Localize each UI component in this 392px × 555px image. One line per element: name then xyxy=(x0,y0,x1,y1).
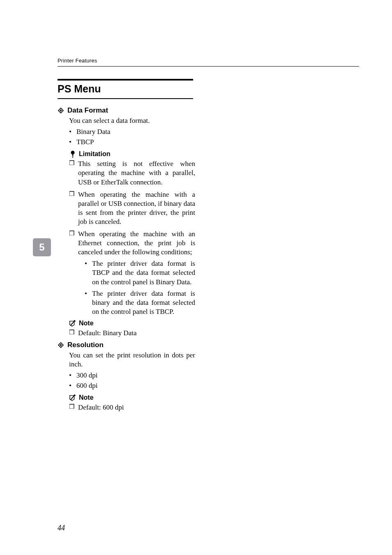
list-item: Default: Binary Data xyxy=(69,329,195,338)
list-item: 300 dpi xyxy=(69,371,195,381)
sub-conditions-list: The printer driver data format is TBCP a… xyxy=(85,259,195,316)
list-item: Default: 600 dpi xyxy=(69,403,195,412)
note-label: Note xyxy=(79,394,94,401)
list-item: TBCP xyxy=(69,137,195,147)
list-item: The printer driver data format is binary… xyxy=(85,289,195,316)
note-icon xyxy=(69,394,76,401)
diamond-icon xyxy=(58,342,64,348)
limitation-list: This setting is not effective when opera… xyxy=(69,159,195,316)
data-format-note-list: Default: Binary Data xyxy=(69,329,195,338)
data-format-intro: You can select a data format. xyxy=(69,116,195,125)
chapter-tab: 5 xyxy=(33,238,51,256)
svg-point-5 xyxy=(72,157,74,158)
resolution-heading-row: Resolution xyxy=(58,341,195,349)
limitation-icon xyxy=(69,150,76,158)
diamond-icon xyxy=(58,107,64,114)
note-callout-1: Note xyxy=(69,320,195,327)
list-item: 600 dpi xyxy=(69,381,195,391)
limitation-item-text: When operating the machine with an Ether… xyxy=(78,230,195,256)
data-format-heading: Data Format xyxy=(67,106,108,115)
limitation-callout: Limitation xyxy=(69,150,195,158)
note-callout-2: Note xyxy=(69,394,195,401)
limitation-label: Limitation xyxy=(79,150,110,158)
list-item: When operating the machine with an Ether… xyxy=(69,230,195,316)
list-item: This setting is not effective when opera… xyxy=(69,159,195,187)
note-label: Note xyxy=(79,320,94,327)
resolution-options: 300 dpi 600 dpi xyxy=(69,371,195,391)
resolution-heading: Resolution xyxy=(67,341,104,349)
svg-rect-4 xyxy=(72,154,74,156)
note-icon xyxy=(69,320,76,327)
resolution-note-list: Default: 600 dpi xyxy=(69,403,195,412)
resolution-intro: You can set the print resolution in dots… xyxy=(69,351,195,369)
svg-point-3 xyxy=(71,151,75,154)
list-item: Binary Data xyxy=(69,127,195,137)
page-number: 44 xyxy=(58,524,65,532)
list-item: When operating the machine with a parall… xyxy=(69,190,195,226)
running-header: Printer Features xyxy=(58,58,359,67)
data-format-options: Binary Data TBCP xyxy=(69,127,195,147)
data-format-heading-row: Data Format xyxy=(58,106,195,115)
section-title: PS Menu xyxy=(58,79,193,99)
list-item: The printer driver data format is TBCP a… xyxy=(85,259,195,286)
